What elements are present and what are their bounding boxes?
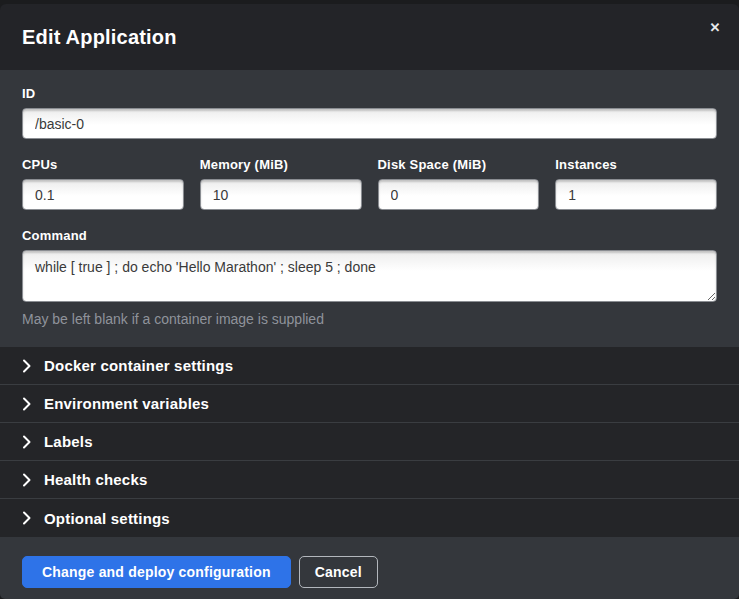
instances-input[interactable] xyxy=(555,179,717,210)
chevron-right-icon xyxy=(22,511,31,525)
section-label: Optional settings xyxy=(44,510,170,527)
section-label: Docker container settings xyxy=(44,357,233,374)
cpus-field-label: CPUs xyxy=(22,157,184,172)
command-field-label: Command xyxy=(22,228,717,243)
memory-input[interactable] xyxy=(200,179,362,210)
disk-space-input[interactable] xyxy=(378,179,540,210)
id-input[interactable] xyxy=(22,108,717,139)
chevron-right-icon xyxy=(22,359,31,373)
instances-field-label: Instances xyxy=(555,157,717,172)
section-optional-settings[interactable]: Optional settings xyxy=(0,499,739,537)
disk-space-field-block: Disk Space (MiB) xyxy=(378,157,540,210)
disk-space-field-label: Disk Space (MiB) xyxy=(378,157,540,172)
modal-footer: Change and deploy configuration Cancel xyxy=(0,537,739,599)
section-health-checks[interactable]: Health checks xyxy=(0,461,739,499)
id-field-label: ID xyxy=(22,86,717,101)
section-labels[interactable]: Labels xyxy=(0,423,739,461)
section-label: Labels xyxy=(44,433,93,450)
instances-field-block: Instances xyxy=(555,157,717,210)
modal-title: Edit Application xyxy=(22,26,177,49)
memory-field-block: Memory (MiB) xyxy=(200,157,362,210)
modal-header: Edit Application ✕ xyxy=(0,4,739,70)
edit-application-modal: Edit Application ✕ ID CPUs Memory (MiB) … xyxy=(0,4,739,599)
chevron-right-icon xyxy=(22,435,31,449)
command-help-text: May be left blank if a container image i… xyxy=(22,311,717,327)
edit-application-form: ID CPUs Memory (MiB) Disk Space (MiB) In… xyxy=(0,70,739,347)
change-and-deploy-button[interactable]: Change and deploy configuration xyxy=(22,556,291,588)
id-field-block: ID xyxy=(22,86,717,139)
section-environment-variables[interactable]: Environment variables xyxy=(0,385,739,423)
memory-field-label: Memory (MiB) xyxy=(200,157,362,172)
section-label: Environment variables xyxy=(44,395,209,412)
resource-fields-row: CPUs Memory (MiB) Disk Space (MiB) Insta… xyxy=(22,157,717,210)
accordion-sections: Docker container settings Environment va… xyxy=(0,347,739,537)
section-docker-container-settings[interactable]: Docker container settings xyxy=(0,347,739,385)
command-field-block: Command while [ true ] ; do echo 'Hello … xyxy=(22,228,717,327)
section-label: Health checks xyxy=(44,471,147,488)
close-icon[interactable]: ✕ xyxy=(703,16,727,40)
chevron-right-icon xyxy=(22,473,31,487)
cpus-input[interactable] xyxy=(22,179,184,210)
cancel-button[interactable]: Cancel xyxy=(299,556,378,588)
chevron-right-icon xyxy=(22,397,31,411)
command-textarea[interactable]: while [ true ] ; do echo 'Hello Marathon… xyxy=(22,250,717,302)
cpus-field-block: CPUs xyxy=(22,157,184,210)
